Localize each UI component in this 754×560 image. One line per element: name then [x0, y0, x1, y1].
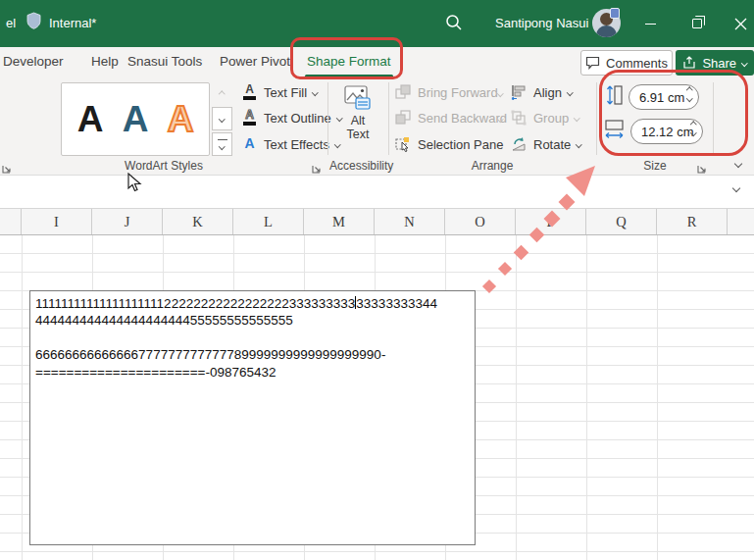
align-button[interactable]: Align: [511, 84, 572, 101]
gallery-scroll-down-button[interactable]: [212, 107, 232, 130]
column-header-N[interactable]: N: [375, 209, 445, 234]
textbox-line-3: [35, 330, 470, 346]
chevron-down-icon: [576, 141, 581, 147]
text-fill-button[interactable]: A Text Fill: [241, 84, 318, 101]
selection-pane-icon: [395, 136, 412, 153]
column-header-K[interactable]: K: [163, 209, 233, 234]
chevron-down-icon: [567, 89, 573, 95]
wordart-gallery-scrollbar: [212, 82, 232, 156]
textbox-line-2: 44444444444444444444455555555555555: [35, 312, 470, 329]
tab-help[interactable]: Help: [91, 54, 119, 69]
group-label-accessibility: Accessibility: [329, 159, 386, 173]
annotation-arrowhead: [559, 160, 603, 204]
sensitivity-shield-icon: [26, 12, 41, 33]
shape-textbox[interactable]: 1111111111111111111122222222222222222333…: [29, 290, 476, 545]
rotate-icon: [511, 136, 528, 153]
comment-icon: [585, 56, 600, 70]
send-backward-icon: [395, 110, 412, 127]
share-dropdown-chevron-icon[interactable]: [741, 60, 747, 66]
text-outline-icon: A: [241, 110, 258, 127]
bring-forward-button[interactable]: Bring Forward: [395, 84, 498, 101]
chevron-down-icon: [219, 143, 225, 149]
wordart-style-black[interactable]: A: [77, 101, 104, 137]
formula-bar-expand-chevron-icon[interactable]: [732, 184, 740, 192]
column-header-O[interactable]: O: [445, 209, 516, 234]
close-icon: [734, 18, 747, 30]
column-header-Q[interactable]: Q: [586, 209, 657, 234]
column-header-L[interactable]: L: [233, 209, 304, 234]
sensitivity-label: Internal*: [49, 16, 96, 30]
group-label-size: Size: [598, 159, 712, 173]
restore-icon: [692, 19, 702, 28]
tab-power-pivot[interactable]: Power Pivot: [220, 54, 290, 69]
text-fill-icon: A: [241, 84, 258, 101]
chevron-down-icon: [312, 89, 318, 95]
group-icon: [511, 110, 528, 127]
comments-label: Comments: [606, 56, 668, 71]
group-button[interactable]: Group: [511, 110, 579, 127]
alt-text-button[interactable]: Alt Text: [331, 82, 384, 153]
avatar-badge-icon: [610, 8, 620, 19]
chevron-down-icon[interactable]: [497, 90, 503, 96]
bring-forward-icon: [395, 84, 412, 101]
chevron-down-icon: [574, 115, 579, 121]
search-icon[interactable]: [444, 13, 464, 36]
formula-bar[interactable]: [0, 176, 754, 209]
tab-developer[interactable]: Developer: [3, 54, 64, 69]
share-icon: [682, 56, 696, 70]
mouse-cursor: [126, 173, 143, 192]
text-effects-icon: A: [241, 136, 258, 153]
annotation-rect-shape-format: [290, 37, 403, 79]
textbox-line-1: 1111111111111111111122222222222222222333…: [35, 295, 470, 312]
column-header-I[interactable]: I: [22, 209, 92, 234]
text-outline-button[interactable]: A Text Outline: [241, 110, 341, 127]
minimize-button[interactable]: [628, 0, 672, 47]
column-header-R[interactable]: R: [657, 209, 728, 234]
wordart-style-blue[interactable]: A: [123, 101, 149, 137]
ribbon-collapse-chevron-icon[interactable]: [734, 160, 742, 168]
share-label: Share: [702, 56, 736, 71]
column-header-partial-right[interactable]: [728, 209, 754, 234]
minimize-icon: [645, 24, 656, 25]
text-effects-button[interactable]: A Text Effects: [241, 136, 339, 153]
column-header-partial[interactable]: [0, 209, 22, 234]
gallery-more-button[interactable]: [212, 132, 232, 156]
rotate-button[interactable]: Rotate: [511, 136, 581, 153]
send-backward-button[interactable]: Send Backward: [395, 110, 507, 127]
column-header-J[interactable]: J: [92, 209, 163, 234]
document-title-fragment: el: [6, 16, 16, 30]
wordart-style-orange[interactable]: A: [168, 101, 194, 137]
chevron-down-icon: [219, 116, 225, 122]
column-headers: I J K L M N O P Q R: [0, 209, 754, 235]
group-label-wordart-styles: WordArt Styles: [0, 159, 327, 173]
user-name[interactable]: Santipong Nasui: [495, 16, 588, 30]
column-header-M[interactable]: M: [304, 209, 375, 234]
gallery-scroll-up-button[interactable]: [212, 82, 232, 106]
alt-text-icon: [344, 85, 372, 111]
chevron-up-icon: [219, 91, 225, 97]
close-button[interactable]: [719, 0, 754, 47]
align-icon: [511, 84, 528, 101]
textbox-line-5: ======================-098765432: [35, 364, 470, 381]
selection-pane-button[interactable]: Selection Pane: [395, 136, 503, 153]
tab-snasui-tools[interactable]: Snasui Tools: [127, 54, 202, 69]
textbox-line-4: 6666666666666677777777777778999999999999…: [35, 346, 470, 363]
annotation-rect-size: [599, 70, 748, 156]
wordart-gallery[interactable]: A A A: [61, 82, 210, 156]
maximize-restore-button[interactable]: [676, 0, 719, 47]
